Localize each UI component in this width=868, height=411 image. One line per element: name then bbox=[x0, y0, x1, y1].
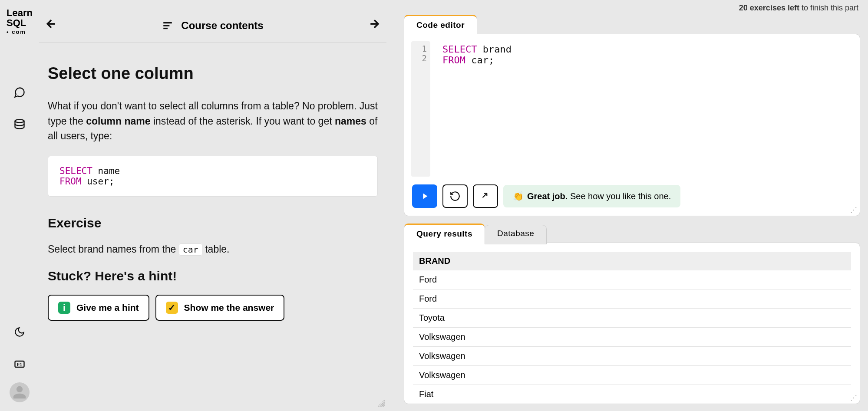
sql-text: user bbox=[82, 176, 109, 187]
info-icon: i bbox=[58, 302, 70, 314]
share-arrow-icon bbox=[480, 191, 491, 202]
give-hint-button[interactable]: i Give me a hint bbox=[48, 295, 149, 321]
table-cell: Volkswagen bbox=[413, 328, 851, 347]
resize-handle-icon[interactable] bbox=[378, 400, 385, 408]
play-icon bbox=[420, 191, 429, 201]
lesson-paragraph: What if you don't want to select all col… bbox=[48, 99, 378, 144]
reset-button[interactable] bbox=[442, 184, 468, 208]
lesson-nav: Course contents bbox=[39, 17, 386, 43]
tab-database[interactable]: Database bbox=[485, 225, 547, 244]
sql-keyword: FROM bbox=[442, 55, 465, 66]
table-row: Volkswagen bbox=[413, 328, 851, 347]
example-code: SELECT name FROM user; bbox=[48, 156, 378, 197]
editor-panel: 1 2 SELECT brand FROM car; bbox=[404, 34, 860, 216]
table-row: Ford bbox=[413, 270, 851, 289]
code-area[interactable]: SELECT brand FROM car; bbox=[430, 41, 853, 177]
sql-text: brand bbox=[477, 44, 511, 55]
prev-arrow[interactable] bbox=[43, 17, 60, 33]
text: table. bbox=[202, 243, 230, 255]
button-label: Show me the answer bbox=[184, 302, 274, 313]
text-bold: column name bbox=[86, 115, 150, 127]
database-icon[interactable] bbox=[10, 115, 29, 134]
sql-keyword: SELECT bbox=[59, 166, 92, 176]
lesson-pane: Course contents Select one column What i… bbox=[39, 0, 386, 411]
logo-dotcom: • com bbox=[7, 29, 33, 35]
avatar[interactable] bbox=[10, 382, 30, 402]
table-row: Volkswagen bbox=[413, 366, 851, 385]
feedback-text: See how you like this one. bbox=[568, 191, 671, 201]
results-table-wrap[interactable]: BRAND FordFordToyotaVolkswagenVolkswagen… bbox=[404, 243, 860, 404]
text-bold: names bbox=[335, 115, 366, 127]
clap-icon: 👏 bbox=[513, 191, 524, 201]
main: Course contents Select one column What i… bbox=[39, 0, 868, 411]
exercise-text: Select brand names from the car table. bbox=[48, 242, 378, 257]
feedback-banner: 👏 Great job. See how you like this one. bbox=[503, 185, 680, 207]
chat-icon[interactable] bbox=[10, 83, 29, 102]
table-cell: Ford bbox=[413, 289, 851, 309]
results-tab-wrap: Query results Database BRAND FordFordToy… bbox=[404, 223, 860, 411]
course-contents-button[interactable]: Course contents bbox=[162, 20, 263, 32]
tab-code-editor[interactable]: Code editor bbox=[404, 15, 477, 34]
share-button[interactable] bbox=[473, 184, 498, 208]
table-cell: Volkswagen bbox=[413, 366, 851, 385]
line-number: 1 bbox=[411, 44, 427, 53]
editor-tabs: Code editor bbox=[404, 15, 860, 34]
left-rail: Learn SQL • com F1 bbox=[0, 0, 39, 411]
table-cell: Toyota bbox=[413, 309, 851, 328]
editor-tab-wrap: Code editor 1 2 SELECT brand FROM car; bbox=[404, 14, 860, 223]
hint-heading: Stuck? Here's a hint! bbox=[48, 269, 378, 283]
run-button[interactable] bbox=[412, 184, 437, 208]
editor-toolbar: 👏 Great job. See how you like this one. bbox=[404, 177, 860, 216]
sql-keyword: FROM bbox=[59, 176, 82, 187]
sql-text: name bbox=[92, 166, 120, 176]
next-arrow[interactable] bbox=[366, 17, 383, 33]
sql-text: car; bbox=[465, 55, 494, 66]
table-cell: Ford bbox=[413, 270, 851, 289]
column-header: BRAND bbox=[413, 252, 851, 270]
sql-text: ; bbox=[109, 176, 115, 187]
logo-line1: Learn bbox=[7, 7, 33, 18]
table-row: Volkswagen bbox=[413, 347, 851, 366]
feedback-bold: Great job. bbox=[527, 191, 568, 201]
course-contents-label: Course contents bbox=[181, 20, 263, 32]
progress-text: 20 exercises left to finish this part bbox=[404, 0, 860, 14]
results-panel: BRAND FordFordToyotaVolkswagenVolkswagen… bbox=[404, 243, 860, 404]
hint-buttons: i Give me a hint ✓ Show me the answer bbox=[48, 295, 378, 321]
sql-keyword: SELECT bbox=[442, 44, 477, 55]
svg-text:F1: F1 bbox=[17, 362, 22, 367]
table-cell: Volkswagen bbox=[413, 347, 851, 366]
moon-icon[interactable] bbox=[10, 322, 29, 342]
logo-line2: SQL bbox=[7, 18, 33, 28]
progress-count: 20 exercises left bbox=[739, 3, 799, 12]
line-gutter: 1 2 bbox=[411, 41, 430, 177]
show-answer-button[interactable]: ✓ Show me the answer bbox=[155, 295, 285, 321]
undo-icon bbox=[449, 191, 461, 202]
table-row: Toyota bbox=[413, 309, 851, 328]
table-row: Ford bbox=[413, 289, 851, 309]
inline-code: car bbox=[179, 243, 202, 256]
logo[interactable]: Learn SQL • com bbox=[7, 8, 33, 35]
lesson-body: Select one column What if you don't want… bbox=[39, 64, 386, 321]
table-cell: Fiat bbox=[413, 385, 851, 404]
page-title: Select one column bbox=[48, 64, 378, 83]
button-label: Give me a hint bbox=[76, 302, 139, 313]
keyboard-help-icon[interactable]: F1 bbox=[10, 355, 29, 374]
check-icon: ✓ bbox=[166, 302, 178, 314]
text: instead of the asterisk. If you want to … bbox=[151, 115, 335, 127]
svg-point-0 bbox=[15, 119, 24, 122]
table-row: Fiat bbox=[413, 385, 851, 404]
line-number: 2 bbox=[411, 53, 427, 63]
results-tabs: Query results Database bbox=[404, 224, 860, 243]
exercise-heading: Exercise bbox=[48, 216, 378, 230]
right-column: 20 exercises left to finish this part Co… bbox=[404, 0, 860, 411]
tab-query-results[interactable]: Query results bbox=[404, 224, 485, 243]
results-table: BRAND FordFordToyotaVolkswagenVolkswagen… bbox=[413, 252, 851, 404]
progress-suffix: to finish this part bbox=[799, 3, 858, 12]
text: Select brand names from the bbox=[48, 243, 179, 255]
editor-body[interactable]: 1 2 SELECT brand FROM car; bbox=[404, 34, 860, 177]
